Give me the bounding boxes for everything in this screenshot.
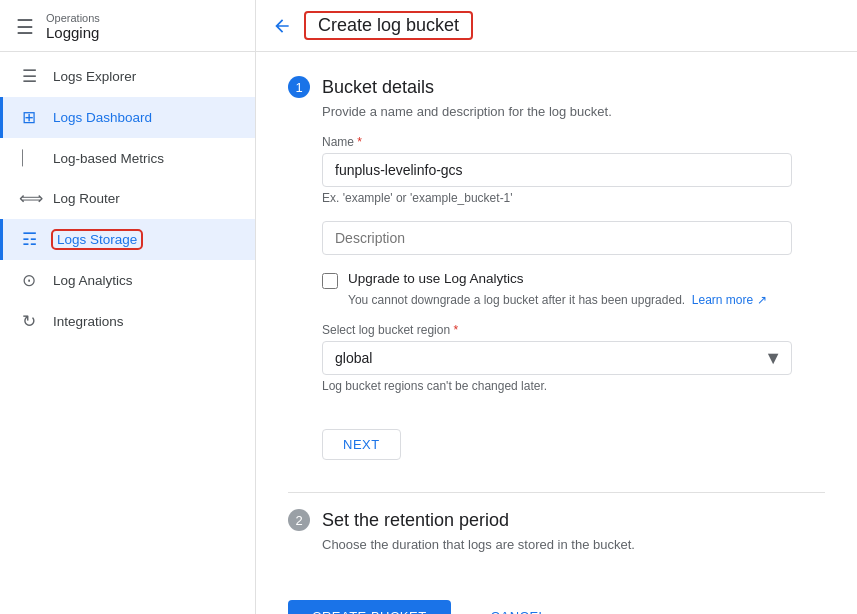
section2-title: Set the retention period bbox=[322, 510, 509, 531]
step2-badge: 2 bbox=[288, 509, 310, 531]
page-title-box: Create log bucket bbox=[304, 11, 473, 40]
name-hint: Ex. 'example' or 'example_bucket-1' bbox=[322, 191, 825, 205]
description-field-group bbox=[322, 221, 825, 255]
sidebar-item-label: Logs Storage bbox=[53, 231, 141, 248]
upgrade-sublabel: You cannot downgrade a log bucket after … bbox=[348, 293, 825, 307]
step1-badge: 1 bbox=[288, 76, 310, 98]
menu-icon: ☰ bbox=[16, 15, 34, 39]
log-analytics-icon: ⊙ bbox=[19, 270, 39, 291]
name-field-group: Name * Ex. 'example' or 'example_bucket-… bbox=[322, 135, 825, 205]
sidebar-item-label: Integrations bbox=[53, 314, 124, 329]
sidebar-item-label: Logs Dashboard bbox=[53, 110, 152, 125]
upgrade-checkbox[interactable] bbox=[322, 273, 338, 289]
sidebar-item-label: Log Analytics bbox=[53, 273, 133, 288]
sidebar-item-log-based-metrics[interactable]: ⎸ Log-based Metrics bbox=[0, 138, 255, 178]
region-field-group: Select log bucket region * global us-eas… bbox=[322, 323, 825, 393]
section1-description: Provide a name and description for the l… bbox=[288, 104, 825, 119]
name-input[interactable] bbox=[322, 153, 792, 187]
description-input[interactable] bbox=[322, 221, 792, 255]
sidebar-header: ☰ Operations Logging bbox=[0, 0, 255, 52]
section-divider bbox=[288, 492, 825, 493]
section1-header: 1 Bucket details bbox=[288, 76, 825, 98]
sidebar-item-label: Log-based Metrics bbox=[53, 151, 164, 166]
region-select-wrapper: global us-east1 us-west1 europe-west1 as… bbox=[322, 341, 792, 375]
section2-header: 2 Set the retention period bbox=[288, 509, 825, 531]
bucket-details-section: 1 Bucket details Provide a name and desc… bbox=[288, 76, 825, 460]
sidebar: ☰ Operations Logging ☰ Logs Explorer ⊞ L… bbox=[0, 0, 256, 614]
log-router-icon: ⟺ bbox=[19, 188, 39, 209]
region-hint: Log bucket regions can't be changed late… bbox=[322, 379, 825, 393]
cancel-button[interactable]: CANCEL bbox=[467, 600, 571, 614]
action-bar: CREATE BUCKET CANCEL bbox=[288, 584, 825, 614]
sidebar-item-logs-explorer[interactable]: ☰ Logs Explorer bbox=[0, 56, 255, 97]
sidebar-item-logs-dashboard[interactable]: ⊞ Logs Dashboard bbox=[0, 97, 255, 138]
upgrade-label: Upgrade to use Log Analytics bbox=[348, 271, 524, 286]
sidebar-item-log-router[interactable]: ⟺ Log Router bbox=[0, 178, 255, 219]
next-button[interactable]: NEXT bbox=[322, 429, 401, 460]
log-based-metrics-icon: ⎸ bbox=[19, 148, 39, 168]
main-content-area: Create log bucket 1 Bucket details Provi… bbox=[256, 0, 857, 614]
sidebar-nav: ☰ Logs Explorer ⊞ Logs Dashboard ⎸ Log-b… bbox=[0, 52, 255, 342]
integrations-icon: ↻ bbox=[19, 311, 39, 332]
name-label: Name * bbox=[322, 135, 825, 149]
sidebar-item-label: Log Router bbox=[53, 191, 120, 206]
upgrade-checkbox-row: Upgrade to use Log Analytics bbox=[322, 271, 825, 289]
section2-description: Choose the duration that logs are stored… bbox=[288, 537, 825, 552]
logs-storage-icon: ☶ bbox=[19, 229, 39, 250]
sidebar-item-log-analytics[interactable]: ⊙ Log Analytics bbox=[0, 260, 255, 301]
back-button[interactable] bbox=[272, 16, 292, 36]
main-header: Create log bucket bbox=[256, 0, 857, 52]
page-title: Create log bucket bbox=[318, 15, 459, 35]
region-label: Select log bucket region * bbox=[322, 323, 825, 337]
section1-form: Name * Ex. 'example' or 'example_bucket-… bbox=[288, 135, 825, 460]
create-bucket-button[interactable]: CREATE BUCKET bbox=[288, 600, 451, 614]
logs-explorer-icon: ☰ bbox=[19, 66, 39, 87]
main-content: 1 Bucket details Provide a name and desc… bbox=[256, 52, 857, 614]
section1-title: Bucket details bbox=[322, 77, 434, 98]
logs-dashboard-icon: ⊞ bbox=[19, 107, 39, 128]
product-label: Logging bbox=[46, 24, 100, 41]
sidebar-item-logs-storage[interactable]: ☶ Logs Storage bbox=[0, 219, 255, 260]
sidebar-item-integrations[interactable]: ↻ Integrations bbox=[0, 301, 255, 342]
service-label: Operations bbox=[46, 12, 100, 24]
sidebar-item-label: Logs Explorer bbox=[53, 69, 136, 84]
retention-period-section: 2 Set the retention period Choose the du… bbox=[288, 509, 825, 552]
learn-more-link[interactable]: Learn more ↗ bbox=[692, 293, 767, 307]
region-select[interactable]: global us-east1 us-west1 europe-west1 as… bbox=[322, 341, 792, 375]
